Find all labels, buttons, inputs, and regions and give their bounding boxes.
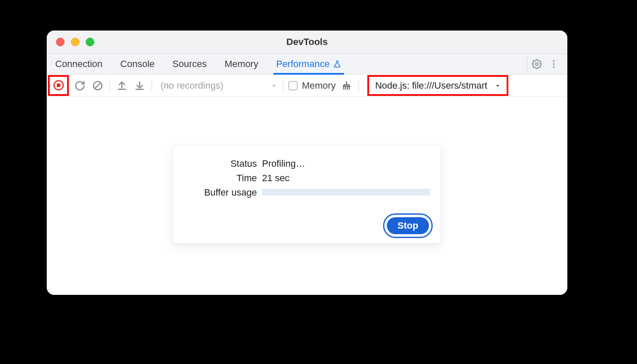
svg-point-1	[553, 60, 555, 62]
close-window-button[interactable]	[56, 38, 65, 46]
tab-label: Connection	[55, 59, 102, 70]
recordings-dropdown[interactable]: (no recordings)	[157, 80, 278, 91]
record-button-highlight	[48, 75, 69, 96]
titlebar: DevTools	[47, 31, 567, 54]
window-title: DevTools	[47, 36, 567, 48]
chevron-down-icon	[494, 82, 502, 90]
tab-label: Performance	[276, 59, 330, 70]
divider	[110, 79, 110, 92]
svg-point-0	[536, 63, 538, 65]
tab-label: Console	[120, 59, 155, 70]
tab-console[interactable]: Console	[118, 54, 156, 74]
record-button[interactable]	[52, 78, 65, 92]
tab-label: Sources	[172, 59, 207, 70]
clear-button[interactable]	[91, 79, 104, 92]
divider	[152, 79, 152, 92]
download-icon	[134, 80, 145, 91]
settings-button[interactable]	[529, 56, 544, 72]
time-label: Time	[183, 173, 257, 184]
chevron-down-icon	[270, 82, 278, 90]
tabbar-right-icons	[527, 54, 565, 74]
svg-point-2	[553, 63, 555, 65]
status-label: Status	[183, 158, 257, 169]
status-value: Profiling…	[262, 158, 430, 169]
performance-toolbar: (no recordings) Memory Node.js: file:///…	[47, 75, 567, 97]
minimize-window-button[interactable]	[71, 38, 79, 46]
divider	[358, 79, 359, 92]
stop-button[interactable]: Stop	[386, 216, 430, 235]
broom-icon	[341, 80, 352, 91]
reload-icon	[74, 80, 85, 91]
buffer-label: Buffer usage	[183, 187, 257, 198]
divider	[527, 57, 527, 71]
reload-button[interactable]	[73, 79, 87, 92]
recordings-placeholder: (no recordings)	[161, 80, 223, 91]
tabbar: Connection Console Sources Memory Perfor…	[47, 54, 567, 75]
more-button[interactable]	[546, 56, 561, 72]
target-selected-label: Node.js: file:///Users/stmart	[375, 80, 487, 91]
tab-sources[interactable]: Sources	[171, 54, 209, 74]
svg-point-3	[553, 66, 555, 68]
memory-toggle[interactable]: Memory	[288, 80, 335, 91]
upload-icon	[116, 80, 127, 91]
tab-label: Memory	[225, 59, 258, 70]
svg-line-7	[94, 82, 101, 89]
collect-garbage-button[interactable]	[340, 79, 353, 92]
flask-icon	[333, 60, 341, 68]
memory-label: Memory	[302, 80, 335, 91]
download-button[interactable]	[133, 79, 147, 92]
divider	[283, 79, 283, 92]
tab-memory[interactable]: Memory	[223, 54, 260, 74]
block-icon	[92, 80, 103, 91]
tab-connection[interactable]: Connection	[54, 54, 104, 74]
traffic-lights	[47, 38, 94, 46]
time-value: 21 sec	[262, 173, 430, 184]
gear-icon	[532, 59, 542, 69]
devtools-window: DevTools Connection Console Sources Memo…	[47, 31, 567, 295]
target-dropdown-highlight: Node.js: file:///Users/stmart	[367, 75, 508, 96]
buffer-usage-bar	[262, 187, 430, 198]
upload-button[interactable]	[115, 79, 129, 92]
record-stop-icon	[53, 80, 64, 91]
more-vertical-icon	[549, 59, 559, 69]
profiling-status-panel: Status Profiling… Time 21 sec Buffer usa…	[172, 145, 441, 244]
target-dropdown[interactable]: Node.js: file:///Users/stmart	[375, 80, 502, 91]
zoom-window-button[interactable]	[86, 38, 94, 46]
performance-content: Status Profiling… Time 21 sec Buffer usa…	[47, 97, 567, 295]
memory-checkbox[interactable]	[288, 81, 298, 90]
tab-performance[interactable]: Performance	[274, 54, 343, 74]
svg-rect-5	[56, 84, 60, 87]
